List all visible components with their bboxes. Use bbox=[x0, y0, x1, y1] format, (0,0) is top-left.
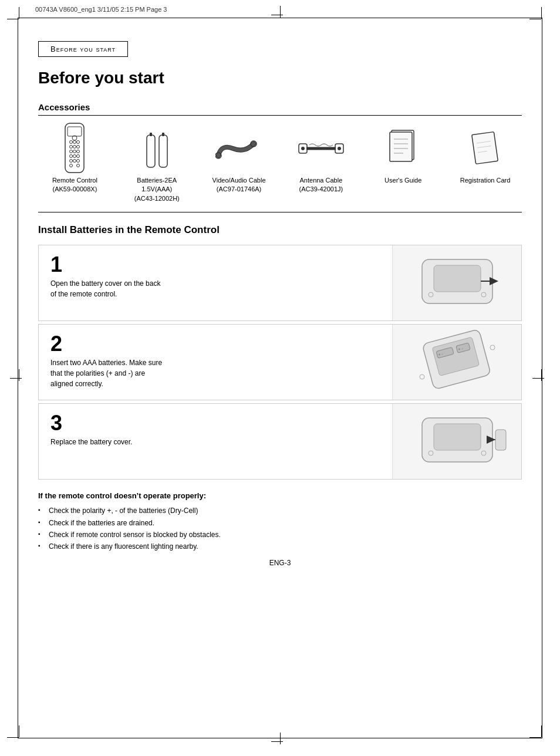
bullet-item-4: Check if there is any fluorescent lighti… bbox=[38, 541, 522, 552]
bullet-item-3: Check if remote control sensor is blocke… bbox=[38, 529, 522, 541]
remote-control-image bbox=[51, 124, 98, 171]
registration-card-label: Registration Card bbox=[460, 176, 511, 185]
svg-rect-1 bbox=[68, 127, 82, 136]
svg-point-4 bbox=[77, 141, 80, 144]
step-1-number: 1 bbox=[50, 254, 380, 275]
remote-control-label: Remote Control(AK59-00008X) bbox=[52, 176, 97, 194]
accessories-heading: Accessories bbox=[38, 102, 522, 112]
crosshair-top-left bbox=[13, 13, 25, 25]
accessory-batteries: Batteries-2EA1.5V(AAA)(AC43-12002H) bbox=[120, 124, 194, 203]
svg-point-10 bbox=[77, 150, 80, 153]
step-3-illustration bbox=[404, 409, 510, 474]
batteries-image bbox=[133, 124, 180, 171]
svg-rect-34 bbox=[390, 132, 412, 161]
users-guide-label: User's Guide bbox=[384, 176, 421, 185]
section-header-label: Before you start bbox=[50, 45, 116, 53]
svg-point-12 bbox=[73, 155, 76, 158]
svg-point-3 bbox=[73, 141, 76, 144]
svg-point-17 bbox=[77, 160, 80, 163]
svg-point-55 bbox=[490, 345, 495, 350]
svg-point-5 bbox=[70, 146, 73, 148]
step-1-text-area: 1 Open the battery cover on the back of … bbox=[39, 245, 392, 320]
svg-point-8 bbox=[70, 150, 73, 153]
svg-point-18 bbox=[70, 164, 73, 167]
svg-rect-21 bbox=[150, 133, 152, 136]
step-3-box: 3 Replace the battery cover. bbox=[38, 403, 522, 480]
registration-card-image bbox=[462, 124, 509, 171]
svg-point-15 bbox=[70, 160, 73, 163]
svg-point-30 bbox=[301, 147, 305, 150]
svg-rect-23 bbox=[162, 133, 164, 136]
crosshair-right-mid bbox=[535, 372, 547, 384]
file-info-text: 00743A V8600_eng1 3/11/05 2:15 PM Page 3 bbox=[35, 6, 167, 13]
svg-point-19 bbox=[77, 164, 80, 167]
svg-point-56 bbox=[420, 374, 424, 379]
install-batteries-title: Install Batteries in the Remote Control bbox=[38, 224, 522, 236]
step-3-number: 3 bbox=[50, 413, 380, 434]
svg-point-9 bbox=[73, 150, 76, 153]
step-2-text-area: 2 Insert two AAA batteries. Make sure th… bbox=[39, 325, 392, 400]
svg-point-7 bbox=[77, 146, 80, 148]
crosshair-bottom-center bbox=[274, 735, 286, 747]
remote-control-icon bbox=[60, 122, 89, 174]
svg-point-16 bbox=[73, 160, 76, 163]
svg-point-13 bbox=[77, 155, 80, 158]
crosshair-bottom-right bbox=[535, 731, 547, 743]
step-3-image bbox=[392, 404, 521, 479]
svg-rect-44 bbox=[434, 265, 481, 292]
users-guide-image bbox=[380, 124, 427, 171]
antenna-cable-icon bbox=[298, 132, 345, 164]
accessory-registration-card: Registration Card bbox=[448, 124, 522, 185]
antenna-cable-image bbox=[298, 124, 345, 171]
section-header-box: Before you start bbox=[38, 41, 128, 57]
batteries-icon bbox=[144, 126, 170, 170]
troubleshoot-list: Check the polarity +, - of the batteries… bbox=[38, 505, 522, 553]
accessories-grid: Remote Control(AK59-00008X) Batteries-2E… bbox=[38, 124, 522, 203]
step-2-number: 2 bbox=[50, 333, 380, 355]
svg-rect-22 bbox=[159, 135, 167, 167]
step-3-text-area: 3 Replace the battery cover. bbox=[39, 404, 392, 479]
accessory-users-guide: User's Guide bbox=[366, 124, 440, 185]
svg-point-25 bbox=[217, 154, 220, 157]
bullet-item-2: Check if the batteries are drained. bbox=[38, 517, 522, 529]
page-number: ENG-3 bbox=[38, 559, 522, 567]
svg-point-11 bbox=[70, 155, 73, 158]
svg-rect-63 bbox=[495, 430, 506, 450]
step-2-illustration: + - + - bbox=[404, 330, 510, 394]
step-2-description: Insert two AAA batteries. Make sure that… bbox=[50, 357, 168, 389]
svg-point-27 bbox=[252, 143, 255, 145]
svg-rect-20 bbox=[147, 135, 155, 167]
step-1-description: Open the battery cover on the back of th… bbox=[50, 278, 168, 299]
svg-rect-39 bbox=[472, 132, 498, 164]
step-2-box: 2 Insert two AAA batteries. Make sure th… bbox=[38, 324, 522, 400]
svg-point-2 bbox=[70, 141, 73, 144]
antenna-cable-label: Antenna Cable(AC39-42001J) bbox=[299, 176, 343, 194]
svg-point-32 bbox=[338, 147, 341, 150]
batteries-label: Batteries-2EA1.5V(AAA)(AC43-12002H) bbox=[134, 176, 180, 203]
crosshair-left-mid bbox=[13, 372, 25, 384]
accessory-remote-control: Remote Control(AK59-00008X) bbox=[38, 124, 112, 194]
troubleshoot-section: If the remote control doesn’t operate pr… bbox=[38, 491, 522, 553]
file-header: 00743A V8600_eng1 3/11/05 2:15 PM Page 3 bbox=[35, 6, 525, 13]
troubleshoot-title: If the remote control doesn’t operate pr… bbox=[38, 491, 522, 500]
av-cable-image bbox=[215, 124, 262, 171]
crosshair-top-right bbox=[535, 13, 547, 25]
step-1-image bbox=[392, 245, 521, 320]
svg-point-6 bbox=[73, 146, 76, 148]
av-cable-label: Video/Audio Cable(AC97-01746A) bbox=[212, 176, 266, 194]
main-content: Before you start Before you start Access… bbox=[38, 41, 522, 727]
accessory-antenna-cable: Antenna Cable(AC39-42001J) bbox=[284, 124, 357, 194]
accessory-av-cable: Video/Audio Cable(AC97-01746A) bbox=[203, 124, 276, 194]
page-title: Before you start bbox=[38, 69, 522, 87]
accessories-section: Remote Control(AK59-00008X) Batteries-2E… bbox=[38, 115, 522, 212]
users-guide-icon bbox=[387, 127, 419, 168]
install-batteries-section: Install Batteries in the Remote Control … bbox=[38, 224, 522, 480]
step-2-image: + - + - bbox=[392, 325, 521, 400]
step-3-description: Replace the battery cover. bbox=[50, 437, 168, 447]
step-1-box: 1 Open the battery cover on the back of … bbox=[38, 245, 522, 321]
registration-card-icon bbox=[469, 127, 501, 168]
crosshair-bottom-left bbox=[13, 731, 25, 743]
svg-rect-58 bbox=[434, 424, 481, 450]
bullet-item-1: Check the polarity +, - of the batteries… bbox=[38, 505, 522, 517]
step-1-illustration bbox=[404, 251, 510, 315]
